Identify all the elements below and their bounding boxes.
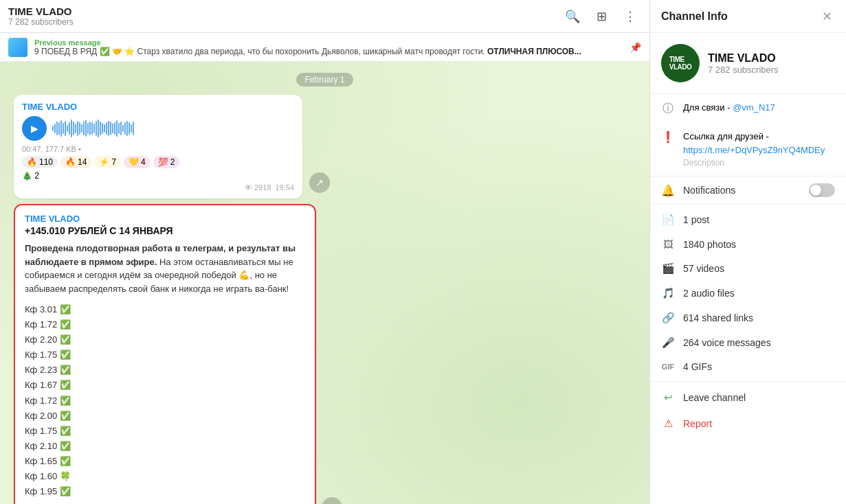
links-icon: 🔗 — [661, 312, 675, 324]
panel-header: Channel Info ✕ — [650, 0, 846, 33]
post-bubble: TIME VLADO +145.010 РУБЛЕЙ С 14 ЯНВАРЯ П… — [14, 204, 316, 504]
exclamation-icon: ❗ — [661, 130, 675, 144]
audio-row[interactable]: 🎵 2 audio files — [650, 281, 846, 306]
kf-list: Кф 3.01 ✅ Кф 1.72 ✅ Кф 2.20 ✅ Кф 1.75 ✅ … — [25, 302, 305, 499]
date-divider: February 1 — [14, 73, 636, 85]
media-section: 📄 1 post 🖼 1840 photos 🎬 57 videos 🎵 2 a… — [650, 205, 846, 382]
posts-label: 1 post — [683, 214, 835, 225]
notifications-toggle[interactable] — [809, 183, 835, 197]
audio-player: ▶ — [22, 116, 294, 141]
report-row[interactable]: ⚠ Report — [650, 411, 846, 437]
contact-row: ⓘ Для связи - @vm_N17 — [650, 94, 846, 123]
info-circle-icon: ⓘ — [661, 102, 675, 116]
audio-label: 2 audio files — [683, 288, 835, 299]
links-label: 614 shared links — [683, 312, 835, 323]
chat-title: TIME VLADO — [8, 5, 555, 17]
chat-subscribers: 7 282 subscribers — [8, 17, 555, 27]
leave-channel-row[interactable]: ↩ Leave channel — [650, 385, 846, 411]
search-button[interactable]: 🔍 — [561, 5, 583, 27]
voice-row[interactable]: 🎤 264 voice messages — [650, 330, 846, 355]
forward-post-button[interactable]: ↗ — [322, 497, 342, 504]
audio-waveform — [52, 118, 294, 139]
prev-message-bar[interactable]: Previous message 9 ПОБЕД В РЯД ✅ 🤝 ⭐ Ста… — [0, 33, 649, 62]
photos-icon: 🖼 — [661, 238, 675, 250]
link-content: Ссылка для друзей - https://t.me/+DqVPys… — [683, 130, 835, 169]
audio-meta: 00:47, 177.7 KB • — [22, 145, 294, 153]
more-button[interactable]: ⋮ — [619, 5, 641, 27]
link-row: ❗ Ссылка для друзей - https://t.me/+DqVP… — [650, 123, 846, 176]
channel-name: TIME VLADO — [708, 52, 779, 65]
right-panel: Channel Info ✕ TIMEVLADO TIME VLADO 7 28… — [649, 0, 846, 504]
gif-label: 4 GIFs — [683, 361, 835, 372]
leave-label: Leave channel — [683, 392, 746, 403]
notifications-label: Notifications — [683, 185, 801, 196]
audio-footer: 👁 2918 19:54 — [22, 183, 294, 192]
prev-message-label: Previous message — [34, 38, 623, 47]
chat-messages: February 1 TIME VLADO ▶ — [0, 62, 649, 504]
report-icon: ⚠ — [661, 417, 675, 430]
videos-label: 57 videos — [683, 263, 835, 274]
photos-label: 1840 photos — [683, 239, 835, 250]
leave-icon: ↩ — [661, 391, 675, 404]
gif-icon: GIF — [661, 363, 675, 371]
videos-icon: 🎬 — [661, 262, 675, 275]
chat-header-info: TIME VLADO 7 282 subscribers — [8, 5, 555, 27]
audio-message-bubble: TIME VLADO ▶ — [14, 95, 302, 198]
report-label: Report — [683, 418, 712, 429]
photos-row[interactable]: 🖼 1840 photos — [650, 232, 846, 256]
bell-icon: 🔔 — [661, 184, 675, 197]
links-row[interactable]: 🔗 614 shared links — [650, 306, 846, 330]
channel-avatar: TIMEVLADO — [661, 44, 700, 82]
prev-message-content: Previous message 9 ПОБЕД В РЯД ✅ 🤝 ⭐ Ста… — [34, 38, 623, 56]
action-section: ↩ Leave channel ⚠ Report — [650, 382, 846, 439]
contact-content: Для связи - @vm_N17 — [683, 101, 835, 115]
channel-profile: TIMEVLADO TIME VLADO 7 282 subscribers — [650, 33, 846, 94]
channel-subs: 7 282 subscribers — [708, 65, 779, 75]
videos-row[interactable]: 🎬 57 videos — [650, 256, 846, 281]
extra-reaction[interactable]: 🎄 2 — [22, 171, 294, 181]
reaction-heart[interactable]: 💛 4 — [124, 156, 151, 168]
audio-views: 👁 2918 — [245, 183, 271, 192]
invite-link[interactable]: https://t.me/+DqVPysZ9nYQ4MDEy — [683, 145, 825, 155]
audio-reactions: 🔥 110 🔥 14 ⚡ 7 💛 4 💯 2 — [22, 156, 294, 168]
close-panel-button[interactable]: ✕ — [819, 6, 835, 27]
pin-icon: 📌 — [630, 42, 641, 53]
info-section: ⓘ Для связи - @vm_N17 ❗ Ссылка для друзе… — [650, 94, 846, 176]
forward-audio-button[interactable]: ↗ — [309, 172, 330, 193]
post-headline: +145.010 РУБЛЕЙ С 14 ЯНВАРЯ — [25, 225, 305, 236]
voice-label: 264 voice messages — [683, 337, 835, 348]
prev-message-text: 9 ПОБЕД В РЯД ✅ 🤝 ⭐ Старз хватило два пе… — [34, 47, 623, 56]
audio-sender: TIME VLADO — [22, 102, 294, 112]
posts-row[interactable]: 📄 1 post — [650, 207, 846, 232]
chat-panel: TIME VLADO 7 282 subscribers 🔍 ⊞ ⋮ Previ… — [0, 0, 649, 504]
play-button[interactable]: ▶ — [22, 116, 47, 141]
audio-time: 19:54 — [275, 183, 294, 192]
panel-title: Channel Info — [661, 10, 728, 23]
reaction-bolt[interactable]: ⚡ 7 — [94, 156, 121, 168]
layout-button[interactable]: ⊞ — [590, 5, 612, 27]
reaction-fire2[interactable]: 🔥 14 — [60, 156, 91, 168]
prev-message-avatar — [8, 38, 27, 57]
notifications-row: 🔔 Notifications — [650, 176, 846, 205]
description-placeholder: Description — [683, 157, 835, 169]
chat-header: TIME VLADO 7 282 subscribers 🔍 ⊞ ⋮ — [0, 0, 649, 33]
reaction-fire[interactable]: 🔥 110 — [22, 156, 58, 168]
contact-link[interactable]: @vm_N17 — [733, 102, 775, 113]
post-body: Проведена плодотворная работа в телеграм… — [25, 242, 305, 295]
voice-icon: 🎤 — [661, 336, 675, 349]
post-sender: TIME VLADO — [25, 214, 305, 224]
gif-row[interactable]: GIF 4 GIFs — [650, 355, 846, 378]
audio-files-icon: 🎵 — [661, 287, 675, 299]
reaction-hundred[interactable]: 💯 2 — [153, 156, 180, 168]
post-icon: 📄 — [661, 214, 675, 226]
